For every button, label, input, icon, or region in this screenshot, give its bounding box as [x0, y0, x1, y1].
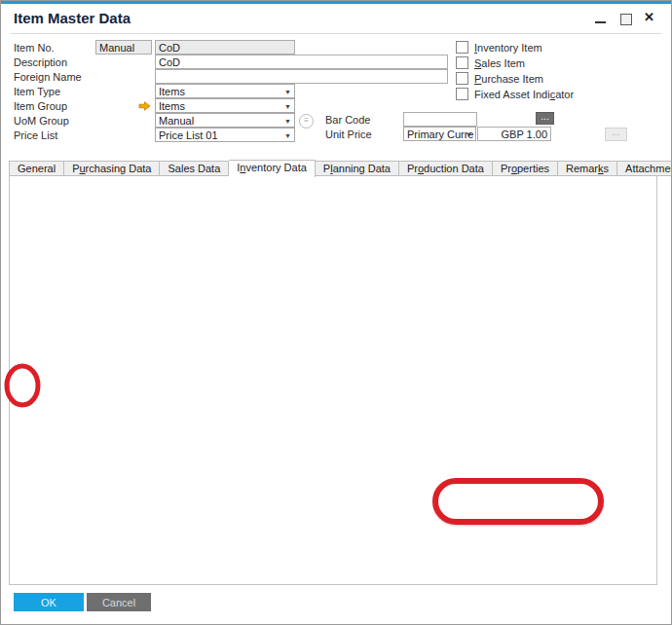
item-type-value: Items — [159, 86, 185, 97]
item-group-label: Item Group — [14, 100, 67, 112]
tab-label: Sales Data — [168, 163, 220, 174]
price-list-label: Price List — [14, 129, 57, 141]
uom-group-dropdown[interactable]: Manual — [155, 113, 295, 128]
tab-planning-data[interactable]: Planning Data — [316, 161, 399, 176]
unit-price-label: Unit Price — [325, 129, 372, 140]
window-top-accent — [1, 1, 671, 4]
item-type-dropdown[interactable]: Items — [155, 84, 295, 98]
uom-group-value: Manual — [159, 115, 194, 127]
item-type-label: Item Type — [14, 86, 60, 97]
titlebar-divider — [11, 33, 661, 34]
unit-price-browse-button[interactable]: ... — [605, 128, 627, 141]
annotation-circle — [3, 363, 44, 408]
tab-label: General — [18, 163, 56, 174]
tab-purchasing-data[interactable]: Purchasing Data — [64, 161, 160, 176]
tab-label: Inventory Data — [237, 162, 307, 173]
minimize-icon[interactable] — [595, 21, 606, 23]
tab-label: Properties — [501, 163, 549, 174]
fixed-asset-checkbox[interactable] — [456, 88, 468, 100]
sales-item-label: Sales Item — [474, 57, 525, 69]
tab-properties[interactable]: Properties — [493, 161, 558, 176]
currency-dropdown[interactable]: Primary Curre — [403, 127, 476, 141]
item-no-field[interactable]: CoD — [155, 40, 295, 55]
tab-label: Remarks — [566, 163, 609, 174]
bar-code-label: Bar Code — [325, 114, 370, 126]
chevron-down-icon — [284, 88, 291, 94]
item-group-dropdown[interactable]: Items — [155, 98, 295, 113]
sales-item-checkbox[interactable] — [456, 56, 468, 69]
tab-general[interactable]: General — [9, 161, 64, 176]
link-arrow-icon[interactable] — [138, 101, 151, 111]
bar-code-field[interactable] — [403, 112, 477, 127]
list-circle-icon[interactable] — [299, 114, 314, 129]
tab-label: Attachments — [625, 163, 672, 174]
chevron-down-icon — [284, 117, 291, 124]
chevron-down-icon — [466, 130, 472, 137]
purchase-item-label: Purchase Item — [474, 73, 543, 85]
item-group-value: Items — [159, 100, 185, 112]
cancel-button[interactable]: Cancel — [87, 593, 151, 611]
foreign-name-field[interactable] — [155, 69, 448, 84]
tab-inventory-data[interactable]: Inventory Data — [229, 160, 316, 177]
item-no-mode-field[interactable]: Manual — [95, 40, 152, 55]
tab-strip: General Purchasing Data Sales Data Inven… — [9, 160, 672, 177]
bar-code-browse-button[interactable]: ... — [536, 112, 554, 125]
tab-label: Planning Data — [323, 163, 391, 174]
window-title: Item Master Data — [14, 10, 131, 26]
currency-value: Primary Curre — [407, 129, 473, 140]
tab-sales-data[interactable]: Sales Data — [160, 161, 229, 176]
price-list-dropdown[interactable]: Price List 01 — [155, 128, 295, 142]
uom-group-label: UoM Group — [14, 115, 69, 127]
chevron-down-icon — [284, 131, 291, 138]
description-label: Description — [14, 56, 67, 68]
tab-attachments[interactable]: Attachments — [617, 161, 672, 176]
foreign-name-label: Foreign Name — [14, 71, 82, 83]
price-list-value: Price List 01 — [159, 129, 218, 141]
close-icon[interactable] — [644, 10, 654, 24]
inventory-item-checkbox[interactable] — [456, 41, 468, 54]
maximize-icon[interactable] — [620, 14, 632, 25]
fixed-asset-label: Fixed Asset Indicator — [474, 89, 574, 100]
tab-label: Production Data — [407, 163, 484, 174]
description-field[interactable]: CoD — [155, 55, 448, 69]
tab-remarks[interactable]: Remarks — [558, 161, 617, 176]
unit-price-field[interactable]: GBP 1.00 — [477, 127, 551, 141]
chevron-down-icon — [284, 102, 291, 109]
tab-production-data[interactable]: Production Data — [399, 161, 493, 176]
inventory-item-label: Inventory Item — [474, 42, 542, 54]
purchase-item-checkbox[interactable] — [456, 72, 468, 85]
ok-button[interactable]: OK — [14, 593, 84, 611]
tab-label: Purchasing Data — [72, 163, 151, 174]
item-no-label: Item No. — [14, 42, 55, 54]
annotation-highlight — [432, 478, 604, 525]
item-master-data-window: Item Master Data Item No. Manual CoD Des… — [0, 0, 672, 625]
